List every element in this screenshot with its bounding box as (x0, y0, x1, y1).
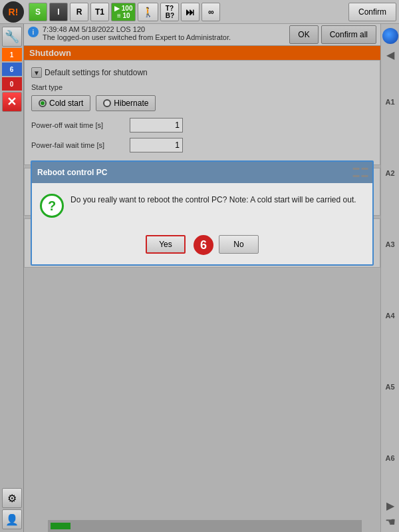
dialog-message: Do you really want to reboot the control… (70, 194, 364, 206)
reboot-dialog: Reboot control PC •••••••••••• •••••••••… (31, 160, 374, 266)
dialog-overlay: Reboot control PC •••••••••••• •••••••••… (24, 24, 380, 532)
yes-button[interactable]: Yes (146, 235, 186, 254)
btn-i[interactable]: I (49, 3, 68, 21)
no-button[interactable]: No (219, 235, 259, 254)
step-badge: 6 (194, 235, 213, 255)
scroll-up-icon[interactable]: ◀ (384, 48, 397, 61)
question-icon: ? (40, 194, 64, 218)
main-content: i 7:39:48 AM 5/18/2022 LOS 120 The logge… (24, 24, 380, 532)
sidebar-label-a4: A4 (385, 312, 394, 320)
sidebar-label-a5: A5 (385, 383, 394, 391)
dots-pattern-2: •••••••••••• (361, 165, 367, 180)
left-sidebar: 🔧 1 6 0 ✕ ⚙ 👤 (0, 24, 24, 532)
app-logo: R! (3, 1, 24, 23)
btn-inf[interactable]: ∞ (201, 3, 220, 21)
dialog-title: Reboot control PC (37, 168, 107, 177)
btn-s[interactable]: S (29, 3, 47, 21)
dots-pattern-1: •••••••••••• (352, 165, 358, 180)
sidebar-label-a1: A1 (385, 98, 394, 106)
sidebar-settings-btn[interactable]: ⚙ (2, 488, 22, 508)
sidebar-label-a2: A2 (385, 169, 394, 177)
btn-walk[interactable]: 🚶 (138, 3, 158, 21)
dialog-buttons: Yes 6 No (32, 228, 372, 264)
sidebar-label-a3: A3 (385, 240, 394, 248)
btn-skip[interactable]: ⏭ (181, 3, 200, 21)
sidebar-label-a6: A6 (385, 454, 394, 462)
globe-icon (382, 28, 398, 44)
scroll-down-icon[interactable]: ▶ (384, 499, 397, 512)
hand-icon[interactable]: ☚ (385, 515, 396, 529)
top-toolbar: R! S I R T1 ▶ 100≡ 10 🚶 T?B? ⏭ ∞ Confirm (0, 0, 399, 24)
sidebar-badge-red: 0 (2, 77, 22, 91)
right-sidebar: ◀ A1 A2 A3 A4 A5 A6 ▶ ☚ (380, 24, 399, 532)
sidebar-badge-blue: 6 (2, 63, 22, 76)
sidebar-badge-orange: 1 (2, 48, 22, 61)
btn-t1[interactable]: T1 (90, 3, 109, 21)
dialog-body: ? Do you really want to reboot the contr… (32, 183, 372, 228)
btn-r[interactable]: R (70, 3, 88, 21)
sidebar-close-btn[interactable]: ✕ (2, 92, 22, 112)
sidebar-btn-1[interactable]: 🔧 (2, 27, 22, 47)
sidebar-user-btn[interactable]: 👤 (2, 509, 22, 529)
btn-run[interactable]: ▶ 100≡ 10 (111, 3, 136, 21)
dialog-titlebar: Reboot control PC •••••••••••• •••••••••… (32, 162, 372, 183)
confirm-button[interactable]: Confirm (348, 3, 396, 21)
btn-t2[interactable]: T?B? (160, 3, 179, 21)
